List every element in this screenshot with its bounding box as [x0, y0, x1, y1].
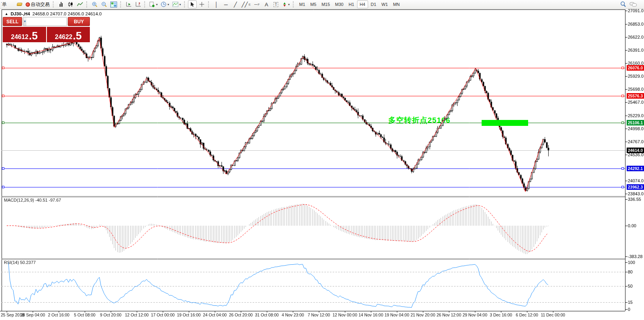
tile-windows-icon: [110, 2, 117, 7]
crosshair-tool-button[interactable]: [197, 0, 206, 8]
timeframe-M30[interactable]: M30: [333, 0, 346, 8]
rsi-axis-label: 100: [628, 260, 635, 265]
dropdown-caret-icon: ▾: [179, 3, 181, 6]
time-tick-label: 31 Oct 08:00: [253, 313, 280, 317]
separator: [144, 1, 146, 7]
time-tick-label: 17 Oct 00:00: [149, 313, 176, 317]
chart-shift-button[interactable]: [134, 0, 142, 8]
price-tick-label: 26853.0: [628, 22, 644, 26]
search-button[interactable]: [619, 0, 627, 8]
timeframe-M1[interactable]: M1: [297, 0, 307, 8]
time-tick-label: 24 Oct 04:00: [201, 313, 228, 317]
rsi-axis-label: 0: [628, 307, 630, 312]
auto-scroll-button[interactable]: [124, 0, 133, 8]
time-tick-label: 4 Nov 23:00: [279, 313, 306, 317]
chart-shift-icon: [135, 2, 141, 7]
auto-scroll-icon: [126, 2, 132, 7]
crosshair-icon: [199, 2, 205, 7]
sell-price-int: 24612: [11, 33, 29, 41]
channel-tool[interactable]: ╱╱E: [240, 0, 252, 8]
sell-price[interactable]: 24612 .5: [3, 27, 46, 42]
line-chart-button[interactable]: [76, 0, 84, 8]
price-tick-label: 24998.0: [628, 126, 644, 131]
price-tick-label: 23843.0: [628, 191, 644, 196]
zoom-out-icon: [101, 2, 107, 7]
bar-chart-button[interactable]: [57, 0, 65, 8]
timeframe-menu-button[interactable]: ▾: [160, 0, 170, 8]
time-tick-label: 5 Oct 08:00: [71, 313, 98, 317]
fibonacci-icon: ┄: [254, 2, 257, 7]
cursor-tool-button[interactable]: [188, 0, 197, 8]
timeframe-M5[interactable]: M5: [308, 0, 318, 8]
time-tick-label: 11 Dec 00:00: [540, 313, 566, 317]
indicators-icon: [172, 2, 179, 7]
timeframe-D1[interactable]: D1: [369, 0, 379, 8]
text-tool-icon: A: [265, 2, 268, 7]
price-tick-label: 25467.0: [628, 100, 644, 105]
time-tick-label: 26 Oct 20:00: [227, 313, 254, 317]
volume-down-button[interactable]: ▼: [23, 17, 26, 26]
tile-windows-button[interactable]: [109, 0, 118, 8]
price-tick-label: 24074.0: [628, 178, 644, 183]
price-tick-label: 25229.0: [628, 113, 644, 118]
autotrading-label: 自动交易: [31, 1, 50, 8]
candlestick-chart-button[interactable]: [66, 0, 75, 8]
sell-price-frac: .5: [29, 31, 38, 41]
fibonacci-tool[interactable]: ┄F: [253, 0, 261, 8]
search-icon: [620, 1, 626, 7]
macd-axis-label: -383.28: [628, 254, 642, 259]
separator: [208, 1, 210, 7]
zoom-out-button[interactable]: [100, 0, 108, 8]
arrows-icon: [282, 2, 287, 7]
zoom-in-button[interactable]: [90, 0, 99, 8]
time-tick-label: 19 Oct 16:00: [175, 313, 202, 317]
macd-axis-label: 336.55: [628, 197, 641, 202]
arrows-tool[interactable]: ▾: [281, 0, 291, 8]
new-order-icon[interactable]: [15, 0, 24, 8]
time-tick-label: 28 Sep 04:00: [19, 313, 46, 317]
vertical-line-tool[interactable]: │: [212, 0, 221, 8]
vertical-line-icon: │: [215, 2, 218, 7]
trendline-icon: ╱: [234, 2, 237, 7]
timeframe-MN[interactable]: MN: [391, 0, 402, 8]
chat-button[interactable]: [628, 0, 638, 8]
timeframe-M15[interactable]: M15: [319, 0, 332, 8]
order-button[interactable]: 订单: [0, 0, 14, 8]
buy-button[interactable]: BUY: [68, 17, 90, 26]
buy-price[interactable]: 24622 .5: [47, 27, 90, 42]
text-tool[interactable]: A: [262, 0, 271, 8]
label-tool[interactable]: T: [272, 0, 280, 8]
time-tick-label: 7 Nov 12:00: [305, 313, 332, 317]
dropdown-caret-icon: ▾: [168, 3, 169, 6]
buy-price-frac: .5: [73, 31, 82, 41]
line-chart-icon: [77, 2, 83, 7]
level-price-label: 25106.1: [627, 120, 644, 125]
macd-axis-label: 0.00: [628, 223, 636, 228]
dropdown-caret-icon: ▾: [288, 3, 290, 6]
trendline-tool[interactable]: ╱: [231, 0, 240, 8]
order-button-label: 订单: [1, 2, 7, 7]
price-tick-label: 26622.0: [628, 35, 644, 39]
autotrading-button[interactable]: 自动交易: [24, 0, 51, 8]
horizontal-line-tool[interactable]: ─: [221, 0, 230, 8]
timeframe-H1[interactable]: H1: [346, 0, 356, 8]
current-price-label: 24614.0: [627, 148, 644, 153]
one-click-trading-panel: SELL ▼ ▲ BUY 24612 .5 24622 .5: [3, 17, 90, 42]
indicators-button[interactable]: ▾: [171, 0, 182, 8]
timeframe-bar: M1M5M15M30H1H4D1W1MN: [297, 0, 402, 8]
dropdown-caret-icon: ▾: [156, 3, 158, 6]
channel-letter: E: [249, 3, 251, 6]
separator: [53, 1, 55, 7]
timeframe-H4[interactable]: H4: [357, 0, 368, 8]
symbol-timeframe: DJ30-,H4: [11, 11, 30, 16]
price-tick-label: 25929.0: [628, 74, 644, 79]
timeframe-W1[interactable]: W1: [379, 0, 391, 8]
volume-input[interactable]: [26, 17, 67, 26]
price-chart-canvas[interactable]: [0, 0, 644, 320]
zoom-in-icon: [92, 2, 98, 7]
toolbar: 订单 自动交易 ▾: [0, 0, 644, 9]
price-tick-label: 26391.0: [628, 48, 644, 52]
sell-button[interactable]: SELL: [3, 17, 22, 26]
new-chart-button[interactable]: ▾: [148, 0, 159, 8]
collapse-panel-icon[interactable]: ▲: [5, 12, 8, 16]
